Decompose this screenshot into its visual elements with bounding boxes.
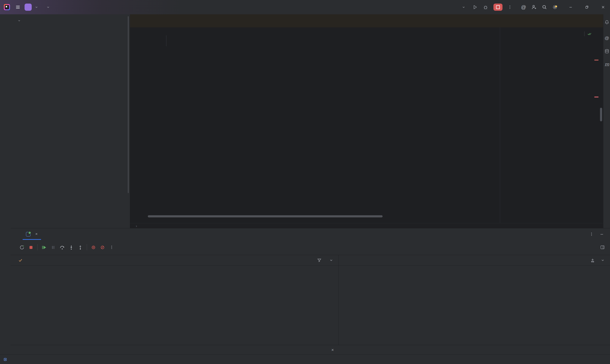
project-tree-scrollbar[interactable] (128, 16, 129, 193)
debugger-tip-banner: × (11, 345, 610, 355)
window-close-button[interactable] (597, 0, 609, 14)
search-icon[interactable] (542, 4, 547, 10)
toolbar-separator (38, 244, 38, 250)
project-widget[interactable] (22, 3, 40, 12)
stop-icon[interactable] (26, 240, 36, 255)
hamburger-menu-icon (15, 5, 20, 10)
error-stripe-mark[interactable] (594, 60, 598, 61)
close-icon[interactable]: × (35, 232, 38, 236)
step-out-icon[interactable] (76, 240, 85, 255)
chevron-down-icon (35, 6, 38, 9)
indent-guide (166, 35, 166, 46)
frames-panel (11, 255, 339, 345)
breadcrumb-separator: › (136, 224, 137, 228)
running-app-icon (26, 232, 30, 236)
intellij-logo-icon (4, 4, 10, 10)
run-icon[interactable] (472, 4, 478, 10)
window-restore-button[interactable] (581, 0, 592, 14)
editor-body[interactable] (130, 27, 603, 223)
debug-panel-title (11, 228, 23, 240)
right-margin-guide (500, 27, 500, 223)
maven-toolwindow-icon[interactable]: m (604, 62, 610, 67)
project-panel-header[interactable] (11, 14, 130, 27)
ai-assistant-toolwindow-icon[interactable]: @ (604, 35, 610, 41)
view-breakpoints-icon[interactable] (89, 240, 98, 255)
code-with-me-icon[interactable] (531, 4, 537, 10)
resume-icon[interactable] (39, 240, 49, 255)
left-toolwindow-strip (0, 14, 11, 354)
editor-vertical-scrollbar[interactable] (600, 108, 602, 121)
editor-area: › (130, 14, 603, 228)
step-into-icon[interactable] (67, 240, 76, 255)
more-icon[interactable] (589, 232, 594, 236)
debug-toolbar (11, 240, 610, 255)
stop-button[interactable] (493, 4, 503, 11)
debug-session-tab[interactable]: × (23, 228, 41, 240)
jar-icon (3, 358, 7, 361)
chevron-down-icon (462, 6, 465, 9)
mute-breakpoints-icon[interactable] (98, 240, 107, 255)
title-bar: @ (0, 0, 610, 14)
chevron-down-icon (18, 19, 21, 22)
window-minimize-button[interactable] (565, 0, 576, 14)
settings-gear-icon[interactable] (552, 4, 558, 10)
debug-panel-header: × (11, 228, 610, 240)
main-menu-button[interactable] (13, 3, 22, 12)
chevron-down-icon[interactable] (330, 259, 333, 262)
more-icon[interactable] (107, 240, 116, 255)
reader-mode-widget[interactable] (581, 30, 592, 38)
thread-running-icon (18, 258, 23, 262)
editor-breadcrumbs: › (130, 223, 603, 228)
more-actions-icon[interactable] (508, 5, 512, 9)
filter-funnel-icon[interactable] (317, 258, 322, 262)
error-stripe-mark[interactable] (594, 97, 598, 97)
debug-panel: × (11, 228, 610, 345)
chevron-down-icon[interactable] (601, 259, 604, 262)
ai-assistant-icon[interactable]: @ (521, 4, 526, 10)
inspections-ok-icon[interactable] (587, 32, 592, 36)
divider (584, 31, 584, 36)
project-panel (11, 14, 130, 228)
rerun-icon[interactable] (17, 240, 26, 255)
editor-horizontal-scrollbar[interactable] (148, 215, 383, 217)
status-bar (0, 354, 610, 364)
vcs-widget[interactable] (43, 3, 52, 12)
editor-tabs (130, 14, 603, 28)
project-tree (11, 29, 130, 228)
database-toolwindow-icon[interactable] (604, 48, 610, 54)
notifications-bell-icon[interactable] (604, 19, 610, 25)
layout-settings-icon[interactable] (600, 245, 605, 250)
ide-window: @ (0, 0, 610, 364)
hide-panel-icon[interactable] (600, 232, 604, 236)
step-over-icon[interactable] (58, 240, 67, 255)
add-watch-icon[interactable] (590, 258, 595, 263)
run-configuration-selector[interactable] (458, 3, 467, 12)
evaluate-expression-input[interactable] (339, 255, 610, 266)
close-icon[interactable]: × (331, 348, 334, 352)
pause-icon[interactable] (49, 240, 58, 255)
project-avatar (25, 4, 32, 11)
thread-status-row[interactable] (11, 255, 338, 266)
debug-icon[interactable] (483, 4, 488, 10)
stop-icon (496, 5, 500, 9)
chevron-down-icon (47, 6, 50, 9)
settings-update-badge (555, 5, 557, 7)
toolbar-separator (87, 244, 87, 250)
variables-panel (339, 255, 610, 345)
